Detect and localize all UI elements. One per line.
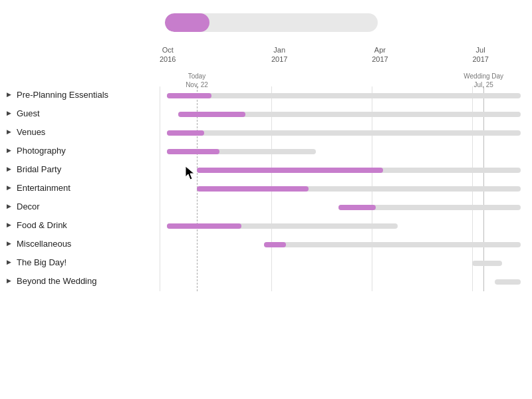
gantt-row-3 bbox=[160, 142, 532, 161]
category-label-8: Miscellaneous bbox=[17, 239, 71, 249]
markers-row: TodayNov, 22Wedding DayJul, 25 bbox=[160, 72, 532, 86]
time-tick-3: Jul2017 bbox=[472, 45, 488, 65]
bar-track-8 bbox=[264, 242, 521, 247]
bar-fill-3 bbox=[167, 149, 219, 154]
gantt-body bbox=[160, 86, 532, 291]
category-sidebar: ▶ Pre-Planning Essentials ▶ Guest ▶ Venu… bbox=[0, 45, 160, 291]
sidebar-item-3[interactable]: ▶ Photography bbox=[0, 141, 160, 160]
gantt-row-9 bbox=[160, 254, 532, 273]
bar-fill-2 bbox=[167, 130, 204, 136]
arrow-icon-3: ▶ bbox=[7, 147, 11, 154]
bar-track-2 bbox=[167, 130, 521, 136]
progress-bar bbox=[165, 13, 378, 32]
time-axis: Oct2016Jan2017Apr2017Jul2017 bbox=[160, 45, 532, 72]
sidebar-item-7[interactable]: ▶ Food & Drink bbox=[0, 215, 160, 234]
arrow-icon-6: ▶ bbox=[7, 203, 11, 209]
arrow-icon-9: ▶ bbox=[7, 259, 11, 265]
category-label-1: Guest bbox=[17, 108, 40, 118]
category-label-9: The Big Day! bbox=[17, 257, 66, 267]
arrow-icon-7: ▶ bbox=[7, 221, 11, 228]
sidebar-item-8[interactable]: ▶ Miscellaneous bbox=[0, 234, 160, 253]
progress-percent bbox=[165, 13, 378, 32]
sidebar-item-10[interactable]: ▶ Beyond the Wedding bbox=[0, 271, 160, 290]
arrow-icon-8: ▶ bbox=[7, 240, 11, 247]
gantt-row-10 bbox=[160, 273, 532, 291]
main-container: ▶ Pre-Planning Essentials ▶ Guest ▶ Venu… bbox=[0, 0, 532, 399]
bar-fill-6 bbox=[338, 205, 376, 210]
gantt-row-5 bbox=[160, 180, 532, 198]
sidebar-item-1[interactable]: ▶ Guest bbox=[0, 104, 160, 122]
gantt-row-6 bbox=[160, 198, 532, 217]
sidebar-item-5[interactable]: ▶ Entertainment bbox=[0, 178, 160, 197]
sidebar-item-9[interactable]: ▶ The Big Day! bbox=[0, 253, 160, 271]
sidebar-item-4[interactable]: ▶ Bridal Party bbox=[0, 160, 160, 178]
category-label-6: Decor bbox=[17, 201, 40, 211]
arrow-icon-5: ▶ bbox=[7, 184, 11, 191]
time-tick-2: Apr2017 bbox=[372, 45, 388, 65]
chart-wrapper: ▶ Pre-Planning Essentials ▶ Guest ▶ Venu… bbox=[0, 45, 532, 291]
category-label-0: Pre-Planning Essentials bbox=[17, 90, 108, 100]
gantt-row-7 bbox=[160, 217, 532, 235]
progress-section bbox=[0, 13, 532, 32]
sidebar-item-0[interactable]: ▶ Pre-Planning Essentials bbox=[0, 85, 160, 104]
arrow-icon-2: ▶ bbox=[7, 128, 11, 135]
gantt-row-2 bbox=[160, 124, 532, 142]
arrow-icon-4: ▶ bbox=[7, 166, 11, 172]
time-tick-1: Jan2017 bbox=[271, 45, 287, 65]
bar-fill-8 bbox=[264, 242, 287, 247]
bar-track-0 bbox=[167, 93, 521, 98]
gantt-row-0 bbox=[160, 86, 532, 105]
bar-fill-4 bbox=[197, 168, 383, 173]
bar-track-10 bbox=[495, 279, 521, 285]
category-label-4: Bridal Party bbox=[17, 164, 61, 174]
category-label-5: Entertainment bbox=[17, 183, 70, 193]
category-label-10: Beyond the Wedding bbox=[17, 276, 96, 286]
category-label-7: Food & Drink bbox=[17, 220, 67, 230]
bar-fill-1 bbox=[178, 112, 245, 117]
sidebar-item-6[interactable]: ▶ Decor bbox=[0, 197, 160, 215]
arrow-icon-10: ▶ bbox=[7, 277, 11, 284]
gantt-row-4 bbox=[160, 161, 532, 180]
bar-track-9 bbox=[472, 261, 502, 266]
arrow-icon-1: ▶ bbox=[7, 110, 11, 116]
gantt-area: Oct2016Jan2017Apr2017Jul2017 TodayNov, 2… bbox=[160, 45, 532, 291]
sidebar-item-2[interactable]: ▶ Venues bbox=[0, 122, 160, 141]
category-label-2: Venues bbox=[17, 127, 45, 137]
bar-fill-7 bbox=[167, 223, 241, 229]
time-tick-0: Oct2016 bbox=[160, 45, 176, 65]
bar-fill-5 bbox=[197, 186, 309, 192]
gantt-row-8 bbox=[160, 235, 532, 254]
gantt-row-1 bbox=[160, 105, 532, 124]
category-label-3: Photography bbox=[17, 146, 66, 156]
bar-fill-0 bbox=[167, 93, 211, 98]
arrow-icon-0: ▶ bbox=[7, 91, 11, 98]
